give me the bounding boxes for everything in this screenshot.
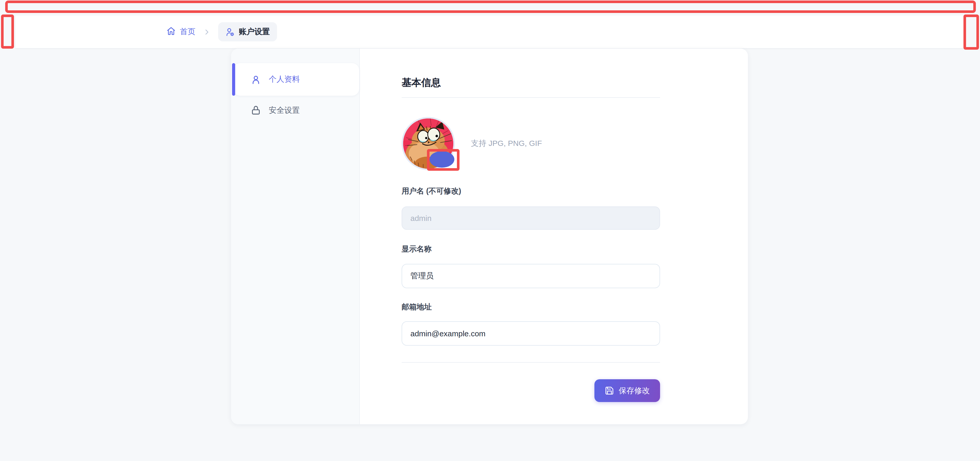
save-button[interactable]: 保存修改 [594,379,660,402]
floppy-disk-icon [605,386,614,395]
page: 首页 账户设置 个人资料 [0,0,980,461]
sidebar-item-security[interactable]: 安全设置 [233,98,359,123]
settings-sidebar: 个人资料 安全设置 [231,49,360,424]
settings-card: 个人资料 安全设置 基本信息 [231,49,748,424]
display-name-input[interactable] [402,264,660,288]
display-name-label: 显示名称 [402,244,660,254]
breadcrumb-home-label: 首页 [180,27,196,37]
breadcrumb: 首页 账户设置 [166,22,277,41]
username-label: 用户名 (不可修改) [402,186,660,196]
divider [402,97,660,98]
avatar-hint: 支持 JPG, PNG, GIF [471,139,542,148]
sidebar-item-label: 安全设置 [269,105,300,115]
avatar-row: 支持 JPG, PNG, GIF [402,117,660,170]
breadcrumb-home-link[interactable]: 首页 [166,26,196,37]
email-input[interactable] [402,321,660,346]
email-label: 邮箱地址 [402,301,660,312]
field-email: 邮箱地址 [402,301,660,346]
annotation-box-right-edge [964,14,979,49]
sidebar-item-label: 个人资料 [269,75,300,85]
lock-icon [251,105,261,115]
profile-form: 基本信息 [360,49,748,424]
sidebar-item-profile[interactable]: 个人资料 [233,63,359,96]
user-icon [251,74,261,85]
annotation-box-left-edge [1,14,14,49]
top-header: 首页 账户设置 [16,16,964,49]
user-gear-icon [225,27,235,37]
annotation-box-avatar-badge [427,149,460,171]
field-display-name: 显示名称 [402,244,660,288]
save-button-label: 保存修改 [619,386,650,396]
breadcrumb-current-label: 账户设置 [239,27,270,37]
divider [402,362,660,363]
annotation-box-top-bar [5,0,976,13]
form-actions: 保存修改 [402,379,660,402]
home-icon [166,26,176,37]
username-input [402,206,660,230]
field-username: 用户名 (不可修改) [402,186,660,230]
chevron-right-icon [203,28,210,35]
breadcrumb-current-item[interactable]: 账户设置 [218,22,277,41]
section-title: 基本信息 [402,77,748,88]
